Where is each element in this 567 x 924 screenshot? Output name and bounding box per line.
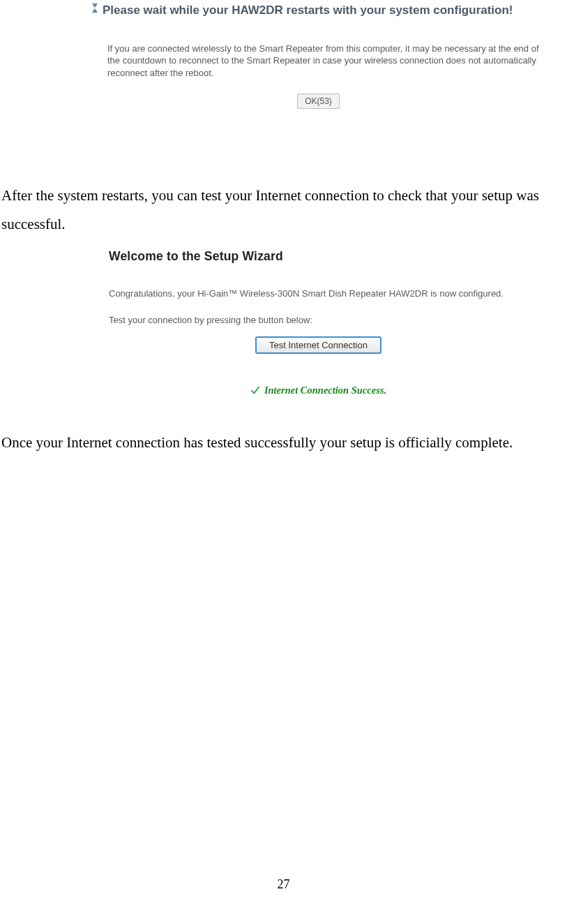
wizard-heading: Welcome to the Setup Wizard	[109, 249, 550, 264]
restart-dialog: Please wait while your HAW2DR restarts w…	[86, 0, 550, 165]
restart-description: If you are connected wirelessly to the S…	[107, 43, 543, 80]
checkmark-icon	[250, 385, 260, 395]
test-internet-button[interactable]: Test Internet Connection	[255, 336, 381, 354]
body-paragraph-1: After the system restarts, you can test …	[1, 181, 566, 239]
ok-button[interactable]: OK(53)	[297, 94, 340, 109]
success-line: Internet Connection Success.	[86, 385, 550, 396]
success-text: Internet Connection Success.	[264, 385, 386, 396]
body-paragraph-2: Once your Internet connection has tested…	[1, 429, 566, 457]
restart-heading: Please wait while your HAW2DR restarts w…	[92, 3, 550, 19]
hourglass-icon	[92, 3, 98, 13]
restart-heading-text: Please wait while your HAW2DR restarts w…	[103, 3, 513, 19]
wizard-congrats: Congratulations, your Hi-Gain™ Wireless-…	[109, 288, 550, 300]
page-number: 27	[0, 877, 567, 892]
setup-wizard: Welcome to the Setup Wizard Congratulati…	[86, 242, 550, 396]
wizard-test-label: Test your connection by pressing the but…	[109, 315, 550, 325]
